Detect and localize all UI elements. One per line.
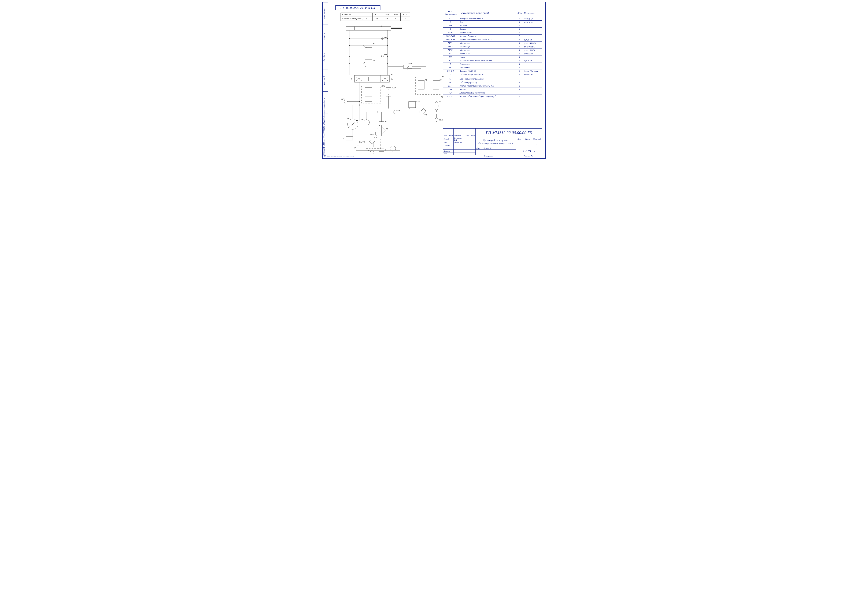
svg-rect-12 (365, 60, 372, 65)
label-kp4: КП4 (416, 100, 420, 102)
valve-row-label: Клапаны (340, 13, 373, 17)
bom-row: Ф1, Ф2Фильтр 1.1.40-252Qном=324 л/мин (443, 70, 542, 73)
label-mn2: МН2 (370, 133, 374, 135)
sidebar-vzam-inv: Взам. инв. № (323, 69, 328, 91)
label-t: Т (354, 147, 356, 149)
svg-rect-40 (418, 81, 424, 89)
sidebar-perv-primen: Перв. примен. (323, 2, 328, 25)
svg-point-69 (349, 45, 349, 46)
tb-ndoc: № докум. (453, 134, 464, 137)
tb-utv: Утв. (443, 152, 453, 155)
drawing-frame: Перв. примен. Справ. № Подп. и дата Взам… (322, 2, 546, 159)
bom-row: МН1Манометр1pmax=40 МПа (443, 42, 542, 45)
tb-data: Дата (470, 134, 476, 137)
label-f3: Ф3 (424, 114, 427, 116)
svg-point-78 (419, 112, 419, 113)
valve-param-label: Давление настройки,МПа (340, 17, 373, 21)
bom-row: КП1–КП3Клапан предохранительный 510.203d… (443, 38, 542, 42)
svg-point-75 (359, 101, 360, 102)
tb-org: СГУПС (516, 147, 542, 155)
sidebar-podp-data-1: Подп. и дата (323, 47, 328, 69)
software-watermark: КОМПАС-3D V13 Home (С) ЗАО АСКОН, 1989–2… (323, 101, 325, 157)
tb-sheets-label: Листов (483, 147, 489, 149)
bom-row: Н1Насос A7VO1Q=160 см³ (443, 52, 542, 56)
bom-row: ЦГидроцилиндр 140х80х18001D=140 мм (443, 73, 542, 76)
svg-rect-29 (408, 102, 416, 108)
tb-sheets: 1 (490, 147, 491, 149)
bom-row: КО1–КО3Клапан обратный3 (443, 34, 542, 38)
doc-number-top: ГП ММ312.22.00.00.00 Г3 (335, 5, 380, 10)
svg-rect-41 (433, 81, 439, 89)
tb-prov: Пров. (443, 141, 453, 144)
footer-format: Формат A3 (523, 155, 533, 157)
label-a1: А1 (441, 96, 443, 98)
label-kp3: КП3 (373, 42, 376, 44)
valve-h-kp4: КП4 (401, 13, 410, 17)
sidebar-sprav-no: Справ. № (323, 25, 328, 47)
label-f1f2: Ф1, Ф2 (359, 141, 365, 143)
svg-rect-20 (386, 88, 391, 96)
svg-rect-18 (365, 88, 372, 93)
svg-point-70 (387, 45, 388, 46)
bom-row: А1Блок питания управления: (443, 77, 542, 81)
label-at: АТ (386, 128, 388, 130)
svg-rect-0 (346, 26, 391, 30)
svg-point-63 (357, 146, 359, 148)
svg-rect-35 (404, 65, 412, 68)
svg-point-47 (364, 119, 370, 125)
inner-frame: ГП ММ312.22.00.00.00 Г3 Клапаны КП1 КП2 … (328, 4, 544, 157)
label-b: Б (385, 149, 386, 151)
svg-rect-28 (405, 98, 440, 119)
label-klr: КЛР (392, 87, 396, 89)
label-p1: Р1 (391, 73, 393, 75)
bom-h-qty: Кол. (516, 9, 523, 17)
label-cyl: Ц (381, 25, 382, 27)
svg-rect-10 (365, 42, 372, 47)
valve-h-kp2: КП2 (382, 13, 391, 17)
label-mn1: МН1 (342, 98, 345, 100)
tb-mass-label: Масса (523, 137, 532, 141)
bom-row: АТАппарат теплообменный1A=36,9 м² (443, 17, 542, 20)
label-ili: ИЛИ (408, 62, 412, 64)
svg-point-66 (390, 146, 396, 151)
bom-h-pos: Поз. обозначение (443, 9, 458, 17)
tb-podp: Подп. (464, 134, 470, 137)
bom-row: АКГидроаккумулятор1 (443, 81, 542, 84)
label-ko2: КО2 (384, 36, 388, 38)
bom-row: ТСТермостат1 (443, 66, 542, 70)
svg-point-58 (374, 135, 377, 138)
label-kp2: КП2 (373, 60, 376, 62)
tb-razrab-name: Глуханько Р.П. (453, 137, 464, 141)
bom-h-name: Наименование, марка (тип) (458, 9, 516, 17)
svg-point-71 (349, 56, 349, 57)
svg-point-33 (435, 118, 438, 122)
svg-rect-39 (416, 77, 442, 95)
bom-row: КП4Клапан предохранительный ТУ2-0531 (443, 84, 542, 88)
tb-lit-label: Лит. (516, 137, 523, 141)
bom-row: МН3Манометр1pmax=6 МПа (443, 48, 542, 52)
title-doc-number: ГП ММ312.22.00.00.00 Г3 (476, 129, 542, 137)
label-tc: ТС (385, 120, 387, 122)
schematic-svg (339, 25, 444, 154)
svg-point-73 (349, 63, 349, 64)
svg-rect-65 (379, 148, 384, 151)
label-ko1: КО1 (384, 54, 388, 56)
tb-scale-label: Масштаб (532, 137, 542, 141)
svg-point-72 (387, 56, 388, 57)
title-block: ГП ММ312.22.00.00.00 Г3 Изм. Лист № доку… (443, 129, 542, 155)
footer-copy: Копировал (484, 155, 493, 157)
valve-settings-table: Клапаны КП1 КП2 КП3 КП4 Давление настрой… (340, 12, 410, 21)
label-ak: АК (439, 101, 442, 103)
bom-row: Ф3Фильтр1 (443, 88, 542, 91)
svg-rect-53 (346, 136, 353, 140)
tb-sheet-label: Лист (476, 147, 480, 149)
tb-list: Лист (448, 134, 453, 137)
bom-row: Н2Насос1 (443, 56, 542, 59)
bom-row: ББак1V=0,54 м³ (443, 20, 542, 24)
label-a2: А2 (442, 75, 444, 78)
bom-row: Р2, Р3Клапан редукционный дросселирующий… (443, 95, 542, 98)
svg-point-36 (407, 66, 408, 68)
valve-h-kp3: КП3 (391, 13, 401, 17)
valve-v-kp4: 5 (401, 17, 410, 21)
svg-point-67 (349, 39, 349, 39)
